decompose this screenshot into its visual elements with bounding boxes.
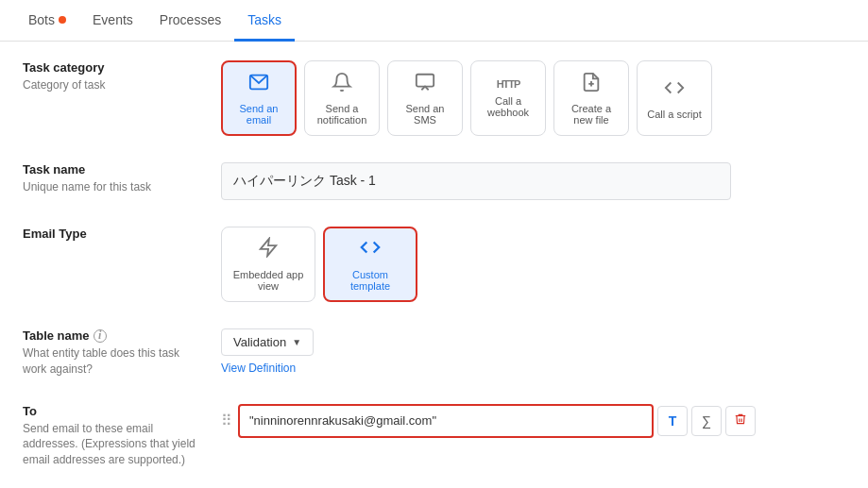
task-name-input[interactable] xyxy=(221,162,731,200)
nav-events[interactable]: Events xyxy=(79,0,146,42)
bots-dot xyxy=(59,16,66,24)
cat-sms-label: Send an SMS xyxy=(396,103,454,126)
nav-tasks-label: Tasks xyxy=(247,12,281,27)
text-t-icon: T xyxy=(669,413,677,429)
cat-script-label: Call a script xyxy=(647,109,701,120)
delete-button[interactable] xyxy=(725,406,756,436)
table-name-value: Validation xyxy=(233,335,286,349)
category-buttons: Send an email Send a notification xyxy=(221,60,845,136)
nav-bots-label: Bots xyxy=(28,12,55,27)
script-icon xyxy=(664,77,685,103)
task-name-label-block: Task name Unique name for this task xyxy=(23,162,221,195)
dropdown-arrow-icon: ▼ xyxy=(292,337,301,347)
to-row: To Send email to these email addresses. … xyxy=(23,404,845,468)
email-icon xyxy=(248,72,269,97)
nav-tasks[interactable]: Tasks xyxy=(234,0,295,42)
cat-notification-label: Send a notification xyxy=(313,103,371,126)
svg-rect-1 xyxy=(417,74,434,86)
task-category-label-block: Task category Category of task xyxy=(23,60,221,93)
table-name-dropdown[interactable]: Validation ▼ xyxy=(221,328,314,356)
notification-icon xyxy=(332,72,352,97)
to-desc: Send email to these email addresses. (Ex… xyxy=(23,421,202,468)
email-type-label-block: Email Type xyxy=(23,227,221,244)
cat-send-email[interactable]: Send an email xyxy=(221,60,297,136)
webhook-icon: HTTP xyxy=(497,78,520,90)
formula-button[interactable]: ∑ xyxy=(691,406,722,436)
lightning-icon xyxy=(258,237,279,263)
sms-icon xyxy=(415,72,435,97)
table-name-row: Table name i What entity table does this… xyxy=(23,328,845,378)
email-type-buttons: Embedded app view Custom template xyxy=(221,227,845,302)
cat-send-sms[interactable]: Send an SMS xyxy=(387,60,463,136)
text-type-button[interactable]: T xyxy=(657,406,688,436)
task-category-row: Task category Category of task Send an e… xyxy=(23,60,845,136)
type-custom-template[interactable]: Custom template xyxy=(323,227,417,302)
to-title: To xyxy=(23,404,221,418)
file-icon xyxy=(581,72,602,97)
type-embedded-label: Embedded app view xyxy=(230,269,307,292)
cat-webhook-label: Call a webhook xyxy=(479,95,537,118)
delete-icon xyxy=(734,412,747,429)
task-category-content: Send an email Send a notification xyxy=(221,60,845,136)
task-category-desc: Category of task xyxy=(23,77,202,93)
cat-file-label: Create a new file xyxy=(562,103,621,126)
formula-icon: ∑ xyxy=(702,413,711,429)
email-type-row: Email Type Embedded app view xyxy=(23,227,845,302)
task-name-content xyxy=(221,162,845,200)
task-category-title: Task category xyxy=(23,60,221,75)
svg-marker-4 xyxy=(261,239,277,256)
cat-call-script[interactable]: Call a script xyxy=(637,60,712,136)
task-name-row: Task name Unique name for this task xyxy=(23,162,845,200)
type-custom-label: Custom template xyxy=(332,269,408,292)
info-icon: i xyxy=(94,329,107,343)
code-icon xyxy=(360,237,381,263)
table-name-label-block: Table name i What entity table does this… xyxy=(23,328,221,378)
type-embedded-app[interactable]: Embedded app view xyxy=(221,227,315,302)
top-nav: Bots Events Processes Tasks xyxy=(0,0,868,42)
cat-create-file[interactable]: Create a new file xyxy=(553,60,629,136)
to-email-input[interactable] xyxy=(238,404,654,438)
nav-processes-label: Processes xyxy=(160,12,221,27)
email-type-content: Embedded app view Custom template xyxy=(221,227,845,302)
cat-send-notification[interactable]: Send a notification xyxy=(304,60,380,136)
email-type-title: Email Type xyxy=(23,227,221,241)
nav-events-label: Events xyxy=(93,12,133,27)
cat-call-webhook[interactable]: HTTP Call a webhook xyxy=(470,60,546,136)
nav-processes[interactable]: Processes xyxy=(146,0,234,42)
to-input-row: ⠿ T ∑ xyxy=(221,404,845,438)
main-content: Task category Category of task Send an e… xyxy=(0,42,868,488)
to-content: ⠿ T ∑ xyxy=(221,404,845,438)
table-name-title-wrap: Table name i xyxy=(23,328,221,343)
cat-email-label: Send an email xyxy=(230,103,287,126)
to-label-block: To Send email to these email addresses. … xyxy=(23,404,221,468)
table-name-content: Validation ▼ View Definition xyxy=(221,328,845,375)
table-name-title: Table name xyxy=(23,328,90,343)
table-name-desc: What entity table does this task work ag… xyxy=(23,345,202,378)
nav-bots[interactable]: Bots xyxy=(15,0,79,42)
drag-handle-icon[interactable]: ⠿ xyxy=(221,412,232,429)
view-definition-link[interactable]: View Definition xyxy=(221,362,845,375)
task-name-title: Task name xyxy=(23,162,221,177)
task-name-desc: Unique name for this task xyxy=(23,179,202,195)
